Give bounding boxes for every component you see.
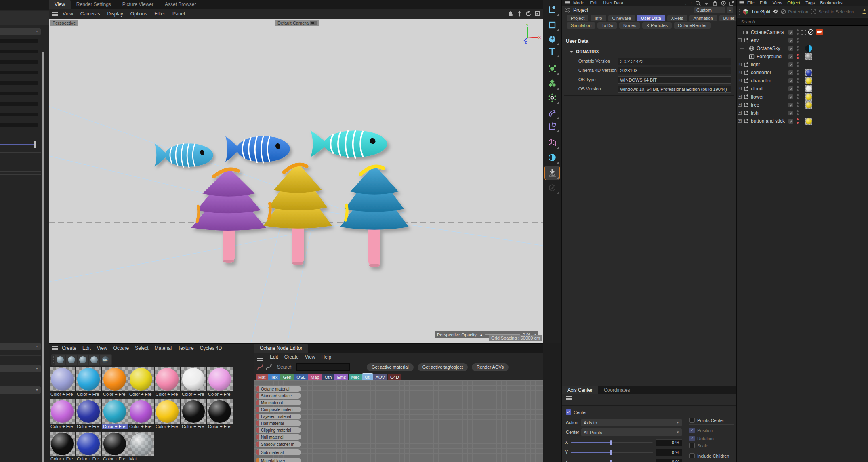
axis-tab-coordinates[interactable]: Coordinates <box>598 386 636 394</box>
visibility-dot-bottom[interactable] <box>797 65 799 67</box>
slider-track[interactable] <box>611 452 653 453</box>
material-tile[interactable]: Color + Fre <box>128 367 154 398</box>
node-search-input[interactable] <box>296 363 350 371</box>
visibility-dot-bottom[interactable] <box>797 122 799 124</box>
obj-menu-edit[interactable]: Edit <box>760 0 767 5</box>
edit-toggle-icon[interactable] <box>788 119 793 124</box>
object-row-flower[interactable]: +flower <box>737 93 868 101</box>
checkbox-unchecked-icon[interactable] <box>689 443 695 448</box>
instance-tool[interactable] <box>545 119 559 133</box>
visibility-dot-bottom[interactable] <box>797 105 799 107</box>
obj-menu-object[interactable]: Object <box>787 0 800 5</box>
toolbar-drag-handle[interactable] <box>738 7 740 16</box>
tab-view[interactable]: View <box>49 0 71 9</box>
attr-tab-bullet[interactable]: Bullet <box>719 15 737 21</box>
mat-menu-create[interactable]: Create <box>62 345 76 351</box>
action-dropdown[interactable]: Axis to▼ <box>581 419 682 426</box>
category-tab-oth[interactable]: Oth <box>322 374 334 380</box>
axis-tab-axis-center[interactable]: Axis Center <box>562 386 598 394</box>
prohibit-icon[interactable] <box>781 9 786 14</box>
left-slider-track[interactable] <box>0 144 36 145</box>
node-item-octane-material[interactable]: Octane material <box>256 386 301 392</box>
visibility-dot-top[interactable] <box>797 54 799 56</box>
material-tile[interactable]: Color + Fre <box>50 432 75 462</box>
node-item-layered-material[interactable]: Layered material <box>256 414 301 419</box>
node-item-sub-material[interactable]: Sub material <box>256 449 301 455</box>
node-menu-create[interactable]: Create <box>284 354 299 360</box>
object-name[interactable]: cloud <box>751 86 763 92</box>
left-dropdown-truncated[interactable]: ▼ <box>0 365 41 372</box>
category-tab-c4d[interactable]: C4D <box>388 374 401 380</box>
node-menu-edit[interactable]: Edit <box>270 354 278 360</box>
null-object-tool[interactable] <box>545 3 559 17</box>
ornatrix-row-value[interactable]: WINDOWS 64 BIT <box>618 76 731 84</box>
attr-tab-user-data[interactable]: User Data <box>637 15 665 21</box>
attr-menu-user-data[interactable]: User Data <box>603 0 624 5</box>
object-name[interactable]: tree <box>751 102 759 108</box>
edit-toggle-icon[interactable] <box>788 54 793 59</box>
material-tile[interactable]: Color + Fre <box>102 432 128 462</box>
material-tile[interactable]: Color + Fre <box>102 399 128 430</box>
node-menu-view[interactable]: View <box>305 354 315 360</box>
left-dropdown-truncated[interactable]: ▼ <box>0 386 41 394</box>
edit-toggle-icon[interactable] <box>788 78 793 83</box>
material-tile[interactable]: Color + Fre <box>181 399 206 430</box>
attr-tab-octanerender[interactable]: OctaneRender <box>674 22 711 29</box>
attr-menu-edit[interactable]: Edit <box>590 0 598 5</box>
expand-plus-icon[interactable]: + <box>738 95 742 99</box>
up-arrow-icon[interactable]: ↑ <box>690 1 693 6</box>
left-scrollbar[interactable] <box>42 52 44 462</box>
render-camera-icon[interactable] <box>816 29 823 35</box>
subdivision-surface-tool[interactable] <box>545 62 559 76</box>
material-tile[interactable]: Color + Fre <box>207 367 233 398</box>
attr-tab-cineware[interactable]: Cineware <box>608 15 635 21</box>
object-search-field[interactable]: Search <box>737 18 868 26</box>
node-item-hair-material[interactable]: Hair material <box>256 420 301 426</box>
slider-handle-x[interactable] <box>610 440 612 445</box>
mat-menu-material[interactable]: Material <box>155 345 172 351</box>
edit-toggle-icon[interactable] <box>788 103 793 107</box>
center-checkbox[interactable]: ✓ <box>566 410 571 415</box>
attr-tab-nodes[interactable]: Nodes <box>619 22 640 29</box>
rotate-icon[interactable] <box>525 10 532 17</box>
axis-menu-icon[interactable] <box>566 396 572 397</box>
tab-asset-browser[interactable]: Asset Browser <box>159 0 202 9</box>
object-row-button-and-stick[interactable]: +button and stick <box>737 117 868 125</box>
material-chip[interactable] <box>805 53 812 60</box>
attr-tab-animation[interactable]: Animation <box>689 15 717 21</box>
ornatrix-row-value[interactable]: Windows 10, 64 Bit, Professional Edition… <box>618 86 731 93</box>
object-name[interactable]: flower <box>751 94 764 100</box>
edit-toggle-icon[interactable] <box>788 70 793 75</box>
spline-tool[interactable] <box>545 18 559 32</box>
object-name[interactable]: OctaneSky <box>757 46 780 51</box>
search-icon[interactable] <box>695 0 701 6</box>
node-item-standard-surface[interactable]: Standard surface <box>256 393 301 399</box>
ornatrix-row-value[interactable]: 2023103 <box>618 67 731 74</box>
material-tile[interactable]: Color + Fre <box>155 367 180 398</box>
option-rotation[interactable]: ✓Rotation <box>689 436 714 441</box>
option-position[interactable]: ✓Position <box>689 428 713 433</box>
button-render-aovs[interactable]: Render AOVs <box>472 363 509 371</box>
expand-plus-icon[interactable]: + <box>738 111 742 115</box>
visibility-dot-bottom[interactable] <box>797 33 799 35</box>
slider-value-x[interactable]: 0 % <box>656 439 682 446</box>
category-tab-utl[interactable]: Utl <box>362 374 372 380</box>
prohibit-icon[interactable] <box>808 29 814 35</box>
visibility-dot-bottom[interactable] <box>797 113 799 116</box>
material-chip[interactable] <box>805 77 812 84</box>
object-row-tree[interactable]: +tree <box>737 101 868 109</box>
edit-toggle-icon[interactable] <box>788 111 793 116</box>
lock-icon[interactable] <box>712 0 718 6</box>
edit-toggle-icon[interactable] <box>788 30 793 35</box>
expand-plus-icon[interactable]: + <box>738 103 742 107</box>
menu-display[interactable]: Display <box>107 11 123 17</box>
person-icon[interactable] <box>862 9 867 14</box>
visibility-dot-bottom[interactable] <box>797 57 799 59</box>
obj-menu-file[interactable]: File <box>747 0 755 5</box>
get-tag-icon[interactable] <box>265 363 272 371</box>
attribute-menu-icon[interactable] <box>565 1 570 2</box>
visibility-dot-top[interactable] <box>797 86 799 88</box>
attribute-mode-dropdown[interactable]: Custom <box>694 7 725 13</box>
node-item-mix-material[interactable]: Mix material <box>256 400 301 405</box>
node-editor-menu-icon[interactable] <box>257 357 263 357</box>
